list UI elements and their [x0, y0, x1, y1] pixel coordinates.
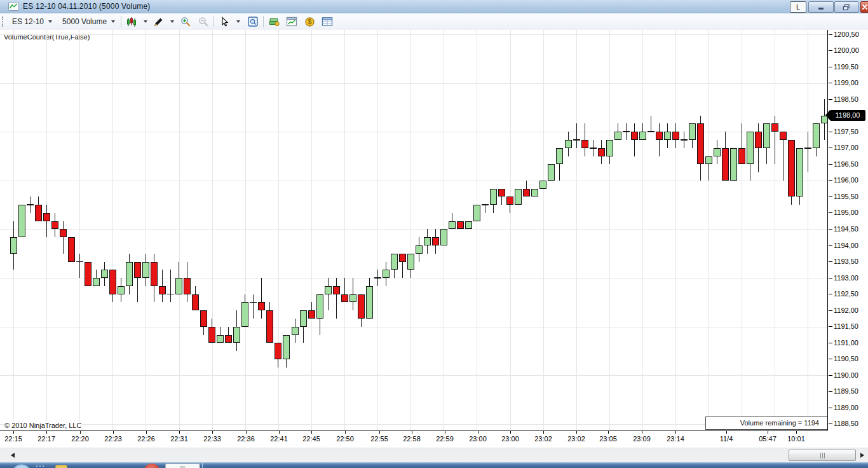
candle-body: [565, 140, 572, 148]
horizontal-gridline: [0, 278, 827, 279]
time-axis[interactable]: 22:1522:1722:2022:2322:2622:3122:3322:36…: [0, 431, 828, 448]
time-axis-tick: [80, 431, 81, 434]
data-box-icon[interactable]: [245, 15, 261, 29]
toolbar-separator: [214, 16, 214, 27]
candle-body: [531, 189, 538, 197]
candle-body: [60, 229, 67, 237]
price-axis-label: 1191,50: [834, 322, 858, 330]
taskbar-divider: [200, 463, 200, 468]
candle-body: [333, 286, 340, 294]
vertical-gridline: [742, 30, 742, 430]
price-axis[interactable]: 1200,501200,001199,501199,001198,501198,…: [828, 30, 868, 448]
zoom-out-icon[interactable]: [196, 15, 211, 29]
candle-body: [482, 204, 489, 205]
scrollbar-thumb[interactable]: [789, 450, 856, 461]
chevron-down-icon[interactable]: [236, 20, 240, 23]
price-axis-tick: [829, 229, 832, 230]
vertical-gridline: [179, 30, 180, 430]
candle-body: [714, 148, 721, 156]
time-axis-tick: [279, 431, 280, 434]
candle-body: [813, 123, 820, 148]
price-axis-label: 1193,50: [834, 258, 858, 265]
active-app-taskbar-button[interactable]: [165, 464, 200, 468]
candle-body: [681, 139, 688, 141]
link-button[interactable]: L: [790, 1, 806, 13]
time-axis-tick: [412, 431, 412, 434]
cursor-icon[interactable]: [217, 15, 232, 29]
toolbar-grip[interactable]: [2, 17, 5, 27]
candle-body: [523, 189, 530, 197]
horizontal-gridline: [0, 181, 827, 181]
vertical-gridline: [675, 30, 676, 430]
toolbar-separator: [121, 16, 121, 27]
price-axis-tick: [829, 310, 832, 311]
candle-wick: [576, 123, 577, 148]
time-axis-tick: [345, 431, 346, 434]
window-title: ES 12-10 04.11.2010 (5000 Volume): [23, 2, 151, 11]
time-axis-label: 23:00: [501, 435, 519, 443]
horizontal-gridline: [0, 34, 827, 35]
candle-body: [200, 310, 207, 327]
coin-icon[interactable]: $: [302, 15, 317, 29]
candle-wick: [79, 254, 80, 278]
candle-body: [126, 262, 133, 286]
chevron-down-icon: [48, 20, 52, 23]
grid-icon[interactable]: [320, 15, 335, 29]
price-axis-label: 1191,00: [834, 339, 858, 347]
price-axis-label: 1190,00: [834, 371, 858, 379]
chevron-down-icon[interactable]: [170, 20, 174, 23]
price-axis-label: 1196,50: [834, 160, 858, 168]
vertical-gridline: [410, 30, 411, 430]
candle-body: [440, 229, 447, 245]
restore-button[interactable]: [834, 1, 858, 13]
candle-body: [432, 237, 439, 245]
vertical-gridline: [377, 30, 378, 430]
time-axis-label: 23:02: [567, 435, 585, 443]
price-axis-tick: [829, 164, 832, 165]
time-axis-tick: [179, 431, 180, 434]
start-button[interactable]: [11, 464, 32, 468]
time-axis-label: 11/4: [720, 435, 733, 443]
time-axis-tick: [113, 431, 114, 434]
instrument-label: ES 12-10: [12, 17, 44, 26]
time-axis-tick: [478, 431, 478, 434]
taskbar: [0, 462, 868, 468]
chart-trader-icon[interactable]: [266, 15, 281, 29]
candle-body: [192, 294, 199, 311]
candle-body: [134, 262, 141, 279]
candle-body: [167, 294, 174, 295]
chevron-down-icon[interactable]: [144, 20, 147, 23]
candle-body: [43, 213, 50, 221]
candle-body: [623, 131, 630, 132]
price-axis-label: 1188,50: [834, 420, 858, 427]
folder-taskbar-icon[interactable]: [55, 465, 67, 468]
instrument-selector[interactable]: ES 12-10: [9, 15, 55, 28]
chart-style-icon[interactable]: [124, 15, 139, 29]
scroll-left-arrow-icon[interactable]: [11, 453, 15, 458]
candle-body: [93, 278, 100, 286]
candle-body: [316, 294, 323, 319]
scroll-right-arrow-icon[interactable]: [860, 453, 864, 458]
ninjatrader-chart-window: ES 12-10 04.11.2010 (5000 Volume) L ES 1…: [0, 0, 868, 468]
candle-body: [159, 286, 166, 294]
drawing-tools-icon[interactable]: [151, 15, 166, 29]
copyright-label: © 2010 NinjaTrader, LLC: [4, 422, 82, 429]
interval-selector[interactable]: 5000 Volume: [59, 15, 118, 28]
close-button[interactable]: [860, 1, 868, 13]
candle-body: [101, 270, 108, 278]
candle-body: [539, 181, 546, 189]
horizontal-scrollbar[interactable]: [0, 448, 868, 463]
time-axis-label: 05:47: [759, 435, 776, 443]
time-axis-label: 22:31: [170, 435, 188, 443]
time-axis-label: 23:09: [633, 435, 651, 443]
indicators-icon[interactable]: [284, 15, 299, 29]
app-taskbar-icon[interactable]: [144, 464, 160, 468]
candle-wick: [336, 278, 337, 319]
candle-body: [648, 131, 654, 132]
price-axis-label: 1200,00: [834, 46, 859, 54]
price-axis-tick: [829, 50, 832, 51]
zoom-in-icon[interactable]: [178, 15, 193, 29]
chart-canvas[interactable]: VolumeCounter(True,False) © 2010 NinjaTr…: [0, 30, 828, 430]
vertical-gridline: [278, 30, 279, 430]
minimize-button[interactable]: [808, 1, 834, 13]
